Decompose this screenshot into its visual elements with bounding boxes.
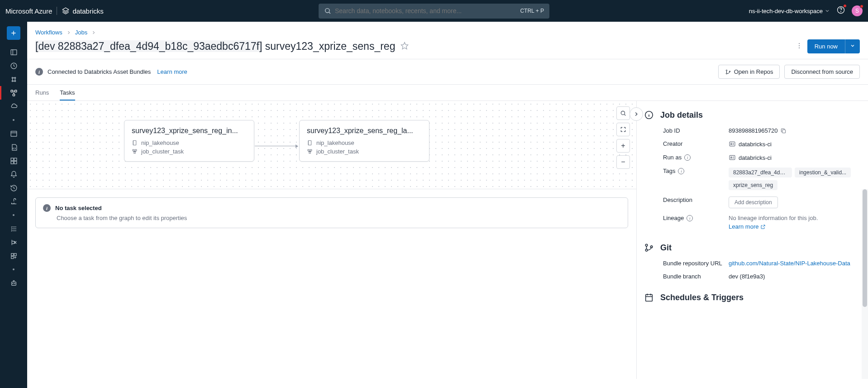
chevron-down-icon (825, 8, 830, 14)
tab-runs[interactable]: Runs (35, 85, 49, 101)
nav-dashboards[interactable] (0, 154, 27, 168)
svg-point-40 (731, 143, 732, 144)
partners-icon (10, 252, 18, 260)
nav-workspace[interactable] (0, 45, 27, 59)
run-button-group: Run now (807, 39, 860, 53)
task-node-2[interactable]: survey123_xprize_sens_reg_la... nip_lake… (299, 120, 429, 162)
task-node-1[interactable]: survey123_xprize_sens_reg_in... nip_lake… (124, 120, 254, 162)
svg-point-24 (799, 43, 800, 44)
detail-tags: Tags i 82883a27_dfea_4d9... ingestion_&_… (663, 168, 859, 190)
scrollbar-thumb[interactable] (863, 189, 867, 307)
svg-point-42 (731, 157, 732, 158)
workflows-icon (10, 89, 18, 97)
info-icon[interactable]: i (687, 215, 693, 221)
svg-point-43 (645, 244, 648, 246)
id-icon (729, 154, 736, 161)
section-title: Schedules & Triggers (660, 293, 744, 302)
graph-controls: + − (616, 106, 630, 169)
nav-warehouses[interactable] (0, 195, 27, 208)
new-button[interactable] (7, 26, 20, 40)
breadcrumb-workflows[interactable]: Workflows (35, 29, 62, 36)
more-menu[interactable] (796, 42, 803, 51)
breadcrumb-jobs[interactable]: Jobs (75, 29, 87, 36)
no-task-title: i No task selected (43, 204, 620, 212)
search-input[interactable] (335, 7, 520, 14)
nav-divider-2 (0, 208, 27, 222)
tag-chip[interactable]: xprize_sens_reg (729, 180, 777, 190)
run-now-button[interactable]: Run now (807, 39, 845, 53)
left-pane: survey123_xprize_sens_reg_in... nip_lake… (27, 101, 636, 379)
nav-workflows[interactable] (0, 86, 27, 100)
nav-catalog[interactable] (0, 72, 27, 86)
breadcrumb: Workflows Jobs (35, 29, 860, 36)
nav-compute[interactable] (0, 100, 27, 113)
svg-point-26 (799, 47, 800, 48)
nav-delta[interactable] (0, 235, 27, 249)
copy-icon[interactable] (780, 128, 787, 134)
open-repos-button[interactable]: Open in Repos (718, 65, 780, 79)
learn-more-link[interactable]: Learn more (157, 68, 187, 75)
info-icon[interactable]: i (678, 168, 684, 174)
svg-rect-19 (11, 256, 13, 259)
section-title: Git (660, 243, 672, 253)
nav-history[interactable] (0, 181, 27, 195)
page-header: Workflows Jobs [dev 82883a27_dfea_4d94_b… (27, 22, 868, 59)
warehouse-icon (10, 198, 18, 206)
svg-rect-31 (135, 149, 137, 151)
nav-ingestion[interactable] (0, 222, 27, 235)
dashboards-icon (10, 157, 18, 165)
svg-point-36 (621, 111, 625, 115)
nav-ml[interactable] (0, 276, 27, 290)
svg-rect-38 (782, 129, 786, 133)
svg-rect-15 (11, 161, 14, 164)
graph-zoom-in-button[interactable]: + (616, 139, 630, 153)
task-node-cluster: job_cluster_task (132, 148, 247, 155)
task-node-source: nip_lakehouse (132, 139, 247, 146)
brand-databricks[interactable]: databricks (57, 7, 103, 15)
queries-icon (10, 144, 18, 151)
job-details-header: Job details (644, 110, 859, 120)
graph-zoom-out-button[interactable]: − (616, 155, 630, 169)
svg-rect-10 (14, 90, 16, 92)
git-branch-icon (644, 243, 654, 253)
title-row: [dev 82883a27_dfea_4d94_b18c_93aedbc6717… (35, 39, 860, 53)
svg-point-8 (14, 80, 15, 81)
add-description-button[interactable]: Add description (729, 196, 778, 208)
task-graph[interactable]: survey123_xprize_sens_reg_in... nip_lake… (27, 101, 636, 189)
tab-tasks[interactable]: Tasks (60, 85, 75, 101)
collapse-right-panel[interactable] (630, 107, 643, 121)
nav-alerts[interactable] (0, 168, 27, 181)
star-icon (401, 42, 409, 50)
help-icon[interactable] (836, 5, 845, 16)
nav-divider-3 (0, 263, 27, 276)
svg-rect-11 (13, 94, 14, 96)
info-icon[interactable]: i (684, 154, 691, 161)
favorite-button[interactable] (401, 42, 409, 52)
job-name: survey123_xprize_sens_reg (265, 40, 396, 52)
lineage-learn-more-link[interactable]: Learn more (729, 223, 766, 230)
nav-sql-editor[interactable] (0, 127, 27, 140)
svg-point-44 (645, 249, 648, 251)
disconnect-button[interactable]: Disconnect from source (784, 65, 860, 79)
nav-recents[interactable] (0, 59, 27, 72)
scrollbar[interactable] (862, 189, 868, 379)
tag-chip[interactable]: ingestion_&_valid... (795, 168, 851, 177)
avatar[interactable]: S (852, 5, 863, 16)
graph-fullscreen-button[interactable] (616, 123, 630, 136)
section-title: Job details (660, 110, 703, 120)
workspace-dropdown[interactable]: ns-ii-tech-dev-db-workspace (749, 8, 830, 14)
schedules-header: Schedules & Triggers (644, 292, 859, 302)
nav-partners[interactable] (0, 249, 27, 263)
search-box[interactable]: CTRL + P (319, 4, 549, 19)
graph-search-button[interactable] (616, 106, 630, 120)
no-task-panel: i No task selected Choose a task from th… (35, 197, 628, 228)
svg-point-27 (726, 70, 727, 71)
tag-chip[interactable]: 82883a27_dfea_4d9... (729, 168, 792, 177)
svg-rect-32 (134, 152, 135, 153)
open-repos-label: Open in Repos (734, 68, 773, 75)
nav-queries[interactable] (0, 140, 27, 154)
svg-rect-18 (14, 253, 16, 255)
detail-run-as: Run as i databricks-ci (663, 154, 859, 161)
repo-url-link[interactable]: github.com/Natural-State/NIP-Lakehouse-D… (729, 260, 850, 267)
run-dropdown-button[interactable] (845, 39, 860, 53)
